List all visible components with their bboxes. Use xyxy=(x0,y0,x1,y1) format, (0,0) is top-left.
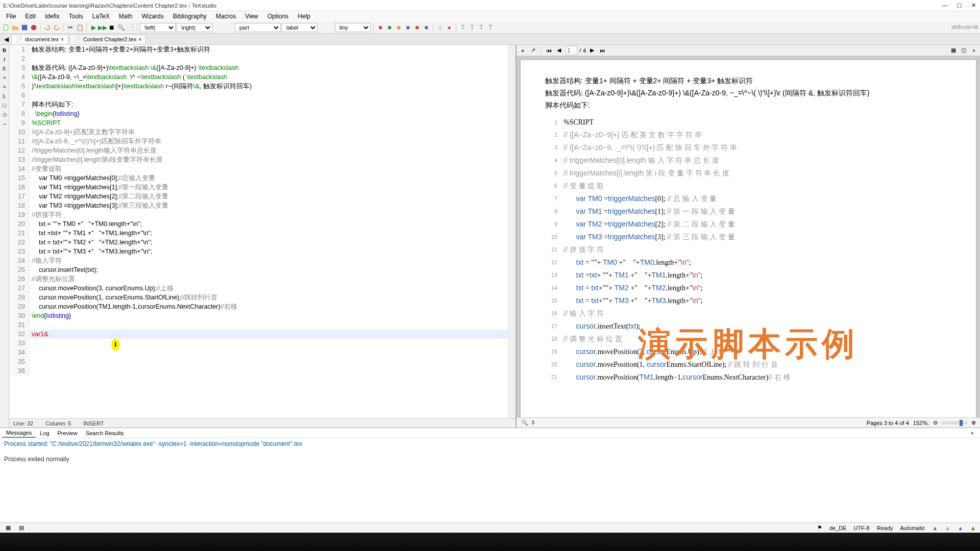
code-line[interactable]: 16 var TM1 =triggerMatches[1];//第一段输入变量 xyxy=(9,183,516,192)
code-line[interactable]: 22 txt = txt+""+ TM2 +" "+TM2.length+"\n… xyxy=(9,238,516,247)
code-line[interactable]: 5)'\textbackslash\textbackslash]+)\textb… xyxy=(9,82,516,91)
pv-last-icon[interactable]: ⏭ xyxy=(598,46,606,55)
copy-icon[interactable]: ✂ xyxy=(66,23,75,32)
tab-close-icon[interactable]: × xyxy=(138,37,141,42)
menu-math[interactable]: Math xyxy=(115,12,137,21)
code-line[interactable]: 30\end{lstlisting} xyxy=(9,311,516,320)
code-line[interactable]: 13//triggerMatches[i].length第i段变量字符串长度 xyxy=(9,155,516,164)
pv-find-icon[interactable]: 🔍 xyxy=(521,419,529,427)
code-line[interactable]: 19//拼接字符 xyxy=(9,210,516,219)
italic-icon[interactable]: I xyxy=(4,56,6,62)
code-line[interactable]: 17 var TM2 =triggerMatches[2];//第二段输入变量 xyxy=(9,192,516,201)
pv-zoomout-icon[interactable]: ⊖ xyxy=(933,419,938,426)
left-delim-combo[interactable]: \left( xyxy=(140,23,176,32)
bp-tab-messages[interactable]: Messages xyxy=(2,429,36,438)
pv-sync-icon[interactable]: ● xyxy=(519,46,527,55)
bp-tab-log[interactable]: Log xyxy=(36,429,53,437)
code-line[interactable]: 36 xyxy=(9,366,516,375)
deco1-icon[interactable]: ■ xyxy=(376,23,384,32)
pv-prev-icon[interactable]: ◀ xyxy=(555,46,563,55)
pv-scroll-icon[interactable]: ⇳ xyxy=(529,419,537,427)
menu-idefix[interactable]: Idefix xyxy=(41,12,64,21)
code-editor[interactable]: 1触发器结构: 变量1+间隔符+变量2+间隔符+变量3+触发标识符23触发器代码… xyxy=(9,45,516,428)
pv-page-input[interactable] xyxy=(565,46,577,55)
code-line[interactable]: 28 cursor.movePosition(1, cursorEnums.St… xyxy=(9,293,516,302)
code-line[interactable]: 21 txt =txt+ ""+ TM1 +" "+TM1.length+"\n… xyxy=(9,229,516,238)
menu-view[interactable]: View xyxy=(241,12,262,21)
code-line[interactable]: 11//([A-Za-z0-9, _=^\(\)'\\]+)匹配除回车外字符串 xyxy=(9,137,516,146)
err-icon[interactable]: ● xyxy=(445,23,453,32)
menu-options[interactable]: Options xyxy=(263,12,292,21)
pv-ext-icon[interactable]: ↗ xyxy=(529,46,537,55)
compile-icon[interactable]: ▶▶ xyxy=(99,23,107,32)
arrow-icon[interactable]: → xyxy=(2,121,7,127)
zoom-slider[interactable] xyxy=(942,421,967,424)
lang-icon[interactable]: ⚑ xyxy=(817,524,822,531)
menu-help[interactable]: Help xyxy=(293,12,314,21)
pv-close-icon[interactable]: × xyxy=(970,46,978,55)
menu-file[interactable]: File xyxy=(2,12,20,21)
pv-first-icon[interactable]: ⏮ xyxy=(545,46,553,55)
tabprev-icon[interactable]: ◀ xyxy=(2,35,10,43)
scrollbar-vertical[interactable] xyxy=(508,45,516,418)
save-icon[interactable] xyxy=(20,23,29,32)
code-line[interactable]: 18 var TM3 =triggerMatches[3];//第三段输入变量 xyxy=(9,201,516,210)
t4-icon[interactable]: T xyxy=(486,23,495,32)
s1-icon[interactable]: ▲ xyxy=(932,525,938,531)
code-line[interactable]: 26//调整光标位置 xyxy=(9,274,516,284)
deco3-icon[interactable]: ■ xyxy=(395,23,403,32)
menu-macros[interactable]: Macros xyxy=(212,12,240,21)
code-line[interactable]: 27 cursor.movePosition(3, cursorEnums.Up… xyxy=(9,284,516,293)
align1-icon[interactable]: ≡ xyxy=(3,74,6,81)
build-icon[interactable]: ▶ xyxy=(89,23,97,32)
pv-win-icon[interactable]: ◫ xyxy=(960,46,968,55)
pv-next-icon[interactable]: ▶ xyxy=(588,46,596,55)
menu-edit[interactable]: Edit xyxy=(21,12,40,21)
code-line[interactable]: 34 xyxy=(9,348,516,357)
msg-icon[interactable]: ▤ xyxy=(17,524,26,532)
deco4-icon[interactable]: ■ xyxy=(404,23,412,32)
t3-icon[interactable]: T xyxy=(477,23,485,32)
tab-close-icon[interactable]: × xyxy=(61,37,64,42)
code-line[interactable]: 14//变量提取 xyxy=(9,164,516,173)
tab-chapter2[interactable]: 📄 Content Chapter2.tex × xyxy=(69,35,146,44)
t2-icon[interactable]: T xyxy=(468,23,476,32)
s3-icon[interactable]: ▲ xyxy=(958,525,963,531)
code-line[interactable]: 9%SCRIPT xyxy=(9,118,516,128)
close-doc-icon[interactable] xyxy=(30,23,38,32)
code-line[interactable]: 24//输入字符 xyxy=(9,256,516,265)
code-line[interactable]: 35 xyxy=(9,357,516,366)
menu-latex[interactable]: LaTeX xyxy=(88,12,114,21)
code-line[interactable]: 29 cursor.movePosition(TM1.length-1,curs… xyxy=(9,302,516,311)
code-line[interactable]: 20 txt = ""+ TM0 +" "+TM0.length+"\n"; xyxy=(9,219,516,229)
box-icon[interactable]: □ xyxy=(3,102,6,108)
deco6-icon[interactable]: ■ xyxy=(422,23,430,32)
paste-icon[interactable]: 📋 xyxy=(76,23,84,32)
pv-grid-icon[interactable]: ▦ xyxy=(949,46,958,55)
bp-tab-search[interactable]: Search Results xyxy=(82,429,128,437)
bp-tab-preview[interactable]: Preview xyxy=(54,429,82,437)
menu-wizards[interactable]: Wizards xyxy=(137,12,167,21)
code-line[interactable]: 3触发器代码: ([A-Za-z0-9]+)\textbackslash \&(… xyxy=(9,63,516,72)
right-delim-combo[interactable]: \right) xyxy=(177,23,212,32)
viewlog-icon[interactable]: 📄 xyxy=(126,23,134,32)
code-line[interactable]: 23 txt = txt+""+ TM3 +" "+TM3.length+"\n… xyxy=(9,247,516,256)
code-line[interactable]: 1触发器结构: 变量1+间隔符+变量2+间隔符+变量3+触发标识符 xyxy=(9,45,516,54)
diamond-icon[interactable]: ◇ xyxy=(3,111,7,118)
s2-icon[interactable]: ▲ xyxy=(945,525,950,531)
tab-document[interactable]: 📄 document.tex × xyxy=(11,35,68,44)
s4-icon[interactable]: ▲ xyxy=(970,525,976,531)
align2-icon[interactable]: ≡ xyxy=(3,84,6,90)
code-line[interactable]: 7脚本代码如下: xyxy=(9,100,516,109)
stop-icon[interactable]: ⏹ xyxy=(108,23,116,32)
bp-close-icon[interactable]: × xyxy=(967,429,978,437)
code-line[interactable]: 8 \begin{lstlisting} xyxy=(9,109,516,118)
link-icon[interactable]: L xyxy=(3,93,6,99)
part-combo[interactable]: part xyxy=(235,23,281,32)
menu-tools[interactable]: Tools xyxy=(65,12,87,21)
code-line[interactable]: 32var1& xyxy=(9,330,516,339)
bold-icon[interactable]: B xyxy=(3,47,6,53)
code-line[interactable]: 25 cursor.insertText(txt); xyxy=(9,265,516,274)
pv-zoomin-icon[interactable]: ⊕ xyxy=(971,419,976,426)
open-icon[interactable] xyxy=(11,23,19,32)
